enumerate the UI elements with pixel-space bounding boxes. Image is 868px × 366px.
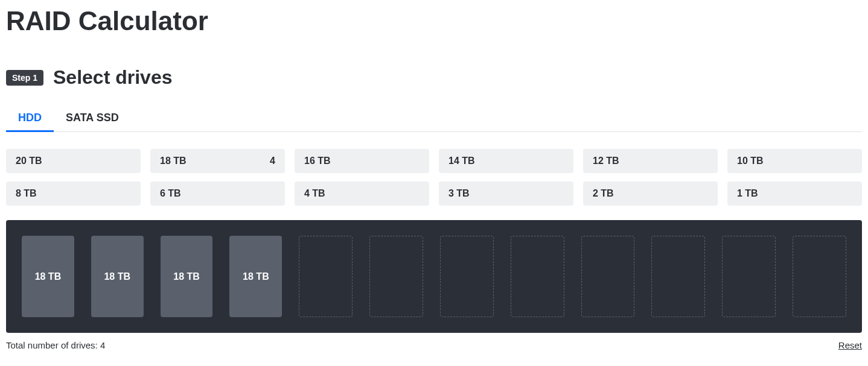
drive-type-tabs: HDD SATA SSD [6, 106, 862, 132]
capacity-grid: 20 TB 18 TB 4 16 TB 14 TB 12 TB 10 TB 8 … [6, 149, 862, 206]
capacity-1tb[interactable]: 1 TB [727, 181, 862, 206]
capacity-label: 12 TB [593, 156, 619, 166]
drive-bay-1[interactable]: 18 TB [22, 236, 74, 317]
capacity-label: 4 TB [304, 188, 325, 199]
capacity-2tb[interactable]: 2 TB [583, 181, 718, 206]
footer-row: Total number of drives: 4 Reset [6, 340, 862, 350]
capacity-label: 1 TB [737, 188, 758, 199]
capacity-label: 3 TB [448, 188, 470, 199]
drive-bay-8[interactable] [511, 236, 564, 317]
capacity-label: 2 TB [593, 188, 614, 199]
drive-bay-panel: 18 TB 18 TB 18 TB 18 TB [6, 220, 862, 333]
capacity-3tb[interactable]: 3 TB [439, 181, 573, 206]
drive-bay-11[interactable] [722, 236, 776, 317]
page-title: RAID Calculator [6, 6, 862, 36]
drive-bay-2[interactable]: 18 TB [91, 236, 144, 317]
capacity-label: 20 TB [16, 156, 42, 166]
capacity-10tb[interactable]: 10 TB [727, 149, 862, 173]
reset-link[interactable]: Reset [838, 340, 862, 350]
tab-sata-ssd[interactable]: SATA SSD [54, 106, 131, 131]
capacity-4tb[interactable]: 4 TB [295, 181, 429, 206]
capacity-count: 4 [270, 156, 275, 166]
capacity-20tb[interactable]: 20 TB [6, 149, 141, 173]
capacity-label: 16 TB [304, 156, 331, 166]
drive-bay-3[interactable]: 18 TB [161, 236, 213, 317]
capacity-18tb[interactable]: 18 TB 4 [150, 149, 285, 173]
capacity-16tb[interactable]: 16 TB [295, 149, 429, 173]
drive-bay-9[interactable] [581, 236, 635, 317]
capacity-label: 8 TB [16, 188, 37, 199]
capacity-label: 14 TB [448, 156, 475, 166]
total-drives-text: Total number of drives: 4 [6, 340, 105, 350]
capacity-14tb[interactable]: 14 TB [439, 149, 573, 173]
capacity-label: 10 TB [737, 156, 764, 166]
step-badge: Step 1 [6, 70, 43, 86]
tab-hdd[interactable]: HDD [6, 106, 54, 131]
drive-bay-6[interactable] [369, 236, 423, 317]
capacity-label: 18 TB [160, 156, 187, 166]
drive-bay-5[interactable] [299, 236, 353, 317]
total-drives-value: 4 [100, 340, 105, 350]
step-header: Step 1 Select drives [6, 66, 862, 89]
step-title: Select drives [53, 66, 172, 89]
drive-bay-4[interactable]: 18 TB [229, 236, 282, 317]
capacity-12tb[interactable]: 12 TB [583, 149, 718, 173]
drive-bay-7[interactable] [440, 236, 494, 317]
drive-bay-12[interactable] [793, 236, 846, 317]
capacity-6tb[interactable]: 6 TB [150, 181, 285, 206]
total-drives-label: Total number of drives: [6, 340, 100, 350]
capacity-8tb[interactable]: 8 TB [6, 181, 141, 206]
capacity-label: 6 TB [160, 188, 181, 199]
drive-bay-10[interactable] [651, 236, 705, 317]
